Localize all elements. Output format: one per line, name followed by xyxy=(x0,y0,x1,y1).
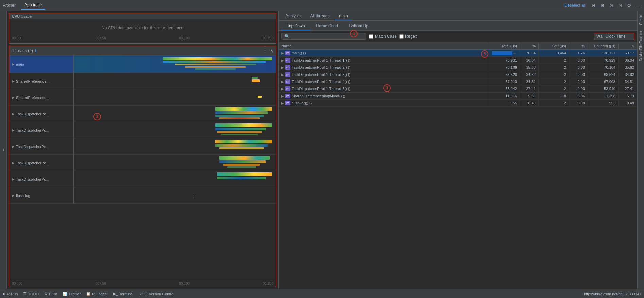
wall-clock-select[interactable]: Wall Clock Time Thread Time xyxy=(594,33,634,40)
cell-self-pct: 0.06 xyxy=(569,93,588,99)
thread-row[interactable]: ▶ TaskDispatcherPo... xyxy=(9,106,276,122)
collapse-icon[interactable]: ∧ xyxy=(270,48,273,53)
expand-icon[interactable]: ▶ xyxy=(12,112,15,116)
tab-all-threads[interactable]: All threads xyxy=(306,12,334,20)
row-expand-icon[interactable]: ▶ xyxy=(281,101,284,105)
track[interactable] xyxy=(74,106,276,122)
thread-row[interactable]: ▶ TaskDispatcherPo... xyxy=(9,171,276,187)
row-expand-icon[interactable]: ▶ xyxy=(281,73,284,77)
expand-icon[interactable]: ▶ xyxy=(12,62,15,66)
reset-zoom-icon[interactable]: ⊙ xyxy=(608,2,615,9)
version-control-status[interactable]: ⎇ 9: Version Control xyxy=(139,292,174,296)
col-children[interactable]: Children (μs) xyxy=(588,43,619,49)
expand-icon[interactable]: ▶ xyxy=(12,161,15,165)
match-case-checkbox[interactable] xyxy=(369,34,373,39)
col-total[interactable]: Total (μs) xyxy=(489,43,520,49)
thread-row[interactable]: ▶ SharedPreference... xyxy=(9,73,276,89)
regex-checkbox[interactable] xyxy=(399,34,404,39)
cell-children: 68,524 xyxy=(588,71,619,78)
minimize-icon[interactable]: — xyxy=(634,2,641,9)
col-name[interactable]: Name xyxy=(279,43,489,49)
expand-icon[interactable]: ▶ xyxy=(12,128,15,132)
track[interactable] xyxy=(74,138,276,154)
profiler-status[interactable]: 📊 Profiler xyxy=(63,292,81,296)
zoom-in-icon[interactable]: ⊕ xyxy=(599,2,606,9)
table-row[interactable]: ▶ m TaskDispatcherPool-1-Thread-3() () 6… xyxy=(279,71,637,78)
cell-self: 2 xyxy=(539,57,569,63)
app-trace-tab[interactable]: App.trace xyxy=(21,1,45,10)
expand-icon[interactable]: ▶ xyxy=(12,194,15,197)
thread-label: ▶ TaskDispatcherPo... xyxy=(9,138,74,154)
tab-top-down[interactable]: Top Down xyxy=(281,22,310,30)
thread-row[interactable]: ▶ SharedPreference... xyxy=(9,89,276,106)
thread-row[interactable]: ▶ main xyxy=(9,55,276,73)
row-expand-icon[interactable]: ▶ xyxy=(281,94,284,98)
sidebar-tab-gradle[interactable]: Gradle xyxy=(638,12,643,28)
cell-children: 67,908 xyxy=(588,79,619,85)
table-row[interactable]: ▶ m SharedPreferencesImpl-load() () 11,5… xyxy=(279,93,637,100)
thread-row[interactable]: ▶ flush-log xyxy=(9,187,276,204)
tab-analysis[interactable]: Analysis xyxy=(281,12,305,20)
col-total-pct[interactable]: % xyxy=(520,43,539,49)
thread-row[interactable]: ▶ TaskDispatcherPo... xyxy=(9,138,276,155)
table-row[interactable]: ▶ m flush-log() () 955 0.49 2 0.00 953 0… xyxy=(279,100,637,107)
track[interactable] xyxy=(74,73,276,89)
thread-name: TaskDispatcherPo... xyxy=(16,177,49,181)
table-row[interactable]: ▶ m TaskDispatcherPool-1-Thread-1() () 7… xyxy=(279,57,637,64)
track[interactable] xyxy=(74,171,276,187)
cell-total-pct: 70.94 xyxy=(520,50,539,56)
expand-icon[interactable]: ▶ xyxy=(12,79,15,83)
track[interactable] xyxy=(74,155,276,171)
track[interactable] xyxy=(74,187,276,203)
run-status[interactable]: ▶ 4: Run xyxy=(3,292,18,296)
settings-icon[interactable]: ⚙ xyxy=(626,2,632,9)
table-row[interactable]: ▶ m TaskDispatcherPool-1-Thread-4() () 6… xyxy=(279,78,637,85)
thread-row[interactable]: ▶ TaskDispatcherPo... xyxy=(9,122,276,138)
expand-icon[interactable]: ▶ xyxy=(12,96,15,99)
main-track[interactable] xyxy=(74,55,276,73)
table-row[interactable]: ▶ m TaskDispatcherPool-1-Thread-2() () 7… xyxy=(279,64,637,71)
search-input-wrap: 🔍 xyxy=(281,33,366,40)
expand-icon[interactable]: ▶ xyxy=(12,145,15,148)
logcat-status[interactable]: 📋 6: Logcat xyxy=(86,292,107,296)
tab-bottom-up[interactable]: Bottom Up xyxy=(344,22,374,30)
regex-label[interactable]: Regex xyxy=(399,34,417,39)
col-self[interactable]: Self (μs) xyxy=(539,43,569,49)
cell-self-pct: 0.00 xyxy=(569,86,588,92)
cell-name: ▶ m TaskDispatcherPool-1-Thread-5() () xyxy=(279,85,489,92)
tab-main[interactable]: main xyxy=(335,12,352,20)
row-expand-icon[interactable]: ▶ xyxy=(281,51,284,55)
fit-icon[interactable]: ⊡ xyxy=(617,2,624,9)
thread-label: ▶ TaskDispatcherPo... xyxy=(9,106,74,122)
expand-icon[interactable]: ▶ xyxy=(12,177,15,181)
row-expand-icon[interactable]: ▶ xyxy=(281,87,284,91)
col-self-pct[interactable]: % xyxy=(569,43,588,49)
deselect-all-button[interactable]: Deselect all xyxy=(562,2,588,9)
profiler-tab[interactable]: Profiler xyxy=(3,3,16,8)
col-children-pct[interactable]: % xyxy=(619,43,637,49)
row-expand-icon[interactable]: ▶ xyxy=(281,59,284,62)
build-status[interactable]: ⚙ Build xyxy=(44,292,57,296)
todo-status[interactable]: ☰ TODO xyxy=(23,292,39,296)
row-expand-icon[interactable]: ▶ xyxy=(281,66,284,69)
threads-header: Threads (9) ℹ ⋮ ∧ xyxy=(9,46,276,55)
match-case-label[interactable]: Match Case xyxy=(369,34,397,39)
left-toggle[interactable]: ⇐ xyxy=(0,11,7,289)
thread-label: ▶ TaskDispatcherPo... xyxy=(9,171,74,187)
search-input[interactable] xyxy=(291,34,363,39)
build-label: Build xyxy=(49,292,57,296)
zoom-out-icon[interactable]: ⊖ xyxy=(590,2,597,9)
cell-self-pct: 0.00 xyxy=(569,57,588,63)
track[interactable] xyxy=(74,122,276,138)
cell-total: 139,591 xyxy=(489,50,520,56)
cell-self: 118 xyxy=(539,93,569,99)
tab-flame-chart[interactable]: Flame Chart xyxy=(310,22,344,30)
thread-row[interactable]: ▶ TaskDispatcherPo... xyxy=(9,155,276,171)
more-options-icon[interactable]: ⋮ xyxy=(262,47,268,54)
row-expand-icon[interactable]: ▶ xyxy=(281,80,284,84)
table-row[interactable]: ▶ m TaskDispatcherPool-1-Thread-5() () 5… xyxy=(279,85,637,93)
table-row[interactable]: ▶ m main() () 139,591 70.94 3,464 1.76 1… xyxy=(279,50,637,57)
track[interactable] xyxy=(74,89,276,105)
sidebar-tab-device-file[interactable]: Device File Explorer xyxy=(638,28,643,64)
terminal-status[interactable]: ▶_ Terminal xyxy=(113,292,134,296)
